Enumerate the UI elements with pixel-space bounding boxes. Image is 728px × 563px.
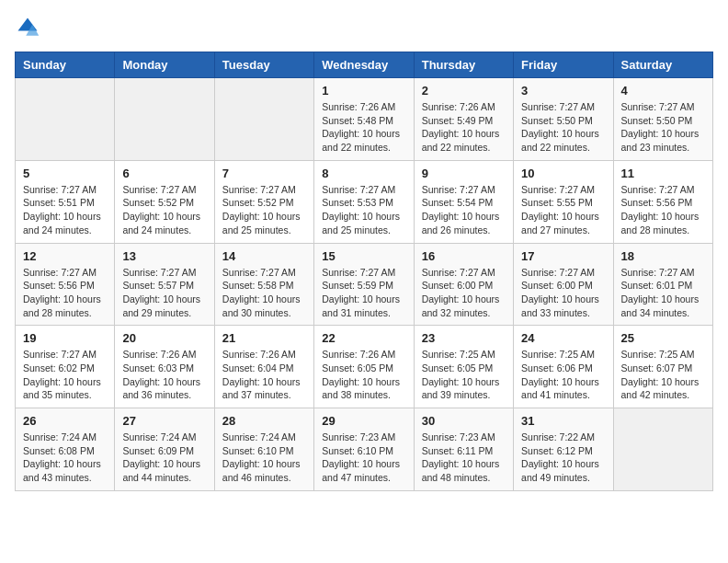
- day-info: Sunrise: 7:27 AMSunset: 6:01 PMDaylight:…: [621, 266, 705, 320]
- calendar-cell: 20Sunrise: 7:26 AMSunset: 6:03 PMDayligh…: [115, 326, 214, 408]
- day-info: Sunrise: 7:23 AMSunset: 6:11 PMDaylight:…: [422, 431, 506, 485]
- day-header-friday: Friday: [514, 52, 613, 78]
- calendar-cell: 17Sunrise: 7:27 AMSunset: 6:00 PMDayligh…: [514, 243, 613, 326]
- logo-icon: [15, 15, 40, 40]
- calendar-table: SundayMondayTuesdayWednesdayThursdayFrid…: [15, 52, 713, 491]
- day-number: 11: [621, 167, 705, 180]
- day-number: 27: [122, 414, 206, 428]
- calendar-cell: 4Sunrise: 7:27 AMSunset: 5:50 PMDaylight…: [613, 78, 712, 161]
- calendar-cell: [115, 78, 214, 161]
- day-info: Sunrise: 7:27 AMSunset: 5:59 PMDaylight:…: [322, 266, 405, 320]
- day-number: 5: [23, 167, 107, 180]
- day-header-saturday: Saturday: [613, 52, 712, 78]
- day-info: Sunrise: 7:25 AMSunset: 6:05 PMDaylight:…: [422, 348, 506, 402]
- calendar-cell: 18Sunrise: 7:27 AMSunset: 6:01 PMDayligh…: [613, 243, 712, 326]
- day-number: 14: [222, 249, 306, 263]
- day-number: 24: [521, 331, 605, 345]
- day-info: Sunrise: 7:26 AMSunset: 6:04 PMDaylight:…: [222, 348, 306, 402]
- day-number: 20: [122, 331, 206, 345]
- day-number: 7: [222, 167, 306, 180]
- day-info: Sunrise: 7:27 AMSunset: 5:58 PMDaylight:…: [222, 266, 306, 320]
- calendar-cell: 7Sunrise: 7:27 AMSunset: 5:52 PMDaylight…: [214, 160, 313, 243]
- calendar-cell: 31Sunrise: 7:22 AMSunset: 6:12 PMDayligh…: [514, 408, 613, 491]
- page-header: [15, 15, 713, 40]
- calendar-cell: 27Sunrise: 7:24 AMSunset: 6:09 PMDayligh…: [115, 408, 214, 491]
- day-header-monday: Monday: [115, 52, 214, 78]
- day-number: 22: [322, 331, 405, 345]
- day-info: Sunrise: 7:24 AMSunset: 6:08 PMDaylight:…: [23, 431, 107, 485]
- day-info: Sunrise: 7:27 AMSunset: 5:50 PMDaylight:…: [621, 100, 705, 155]
- calendar-cell: 3Sunrise: 7:27 AMSunset: 5:50 PMDaylight…: [514, 78, 613, 161]
- day-info: Sunrise: 7:25 AMSunset: 6:07 PMDaylight:…: [621, 348, 705, 402]
- day-info: Sunrise: 7:26 AMSunset: 5:48 PMDaylight:…: [322, 100, 405, 155]
- day-number: 31: [521, 414, 605, 428]
- day-number: 1: [322, 84, 405, 98]
- day-info: Sunrise: 7:27 AMSunset: 6:00 PMDaylight:…: [422, 266, 506, 320]
- day-header-tuesday: Tuesday: [214, 52, 313, 78]
- calendar-week-row: 19Sunrise: 7:27 AMSunset: 6:02 PMDayligh…: [16, 326, 713, 408]
- day-number: 8: [322, 167, 405, 180]
- calendar-cell: [214, 78, 313, 161]
- day-number: 25: [621, 331, 705, 345]
- calendar-cell: 5Sunrise: 7:27 AMSunset: 5:51 PMDaylight…: [16, 160, 115, 243]
- calendar-cell: 16Sunrise: 7:27 AMSunset: 6:00 PMDayligh…: [414, 243, 513, 326]
- calendar-cell: 25Sunrise: 7:25 AMSunset: 6:07 PMDayligh…: [613, 326, 712, 408]
- day-number: 26: [23, 414, 107, 428]
- day-number: 4: [621, 84, 705, 98]
- calendar-cell: 12Sunrise: 7:27 AMSunset: 5:56 PMDayligh…: [16, 243, 115, 326]
- calendar-cell: 1Sunrise: 7:26 AMSunset: 5:48 PMDaylight…: [314, 78, 414, 161]
- calendar-cell: 6Sunrise: 7:27 AMSunset: 5:52 PMDaylight…: [115, 160, 214, 243]
- day-number: 12: [23, 249, 107, 263]
- day-number: 23: [422, 331, 506, 345]
- calendar-cell: 19Sunrise: 7:27 AMSunset: 6:02 PMDayligh…: [16, 326, 115, 408]
- calendar-header-row: SundayMondayTuesdayWednesdayThursdayFrid…: [16, 52, 713, 78]
- day-info: Sunrise: 7:27 AMSunset: 5:53 PMDaylight:…: [322, 183, 405, 237]
- calendar-cell: 11Sunrise: 7:27 AMSunset: 5:56 PMDayligh…: [613, 160, 712, 243]
- day-info: Sunrise: 7:24 AMSunset: 6:10 PMDaylight:…: [222, 431, 306, 485]
- day-number: 30: [422, 414, 506, 428]
- calendar-cell: 2Sunrise: 7:26 AMSunset: 5:49 PMDaylight…: [414, 78, 513, 161]
- day-info: Sunrise: 7:23 AMSunset: 6:10 PMDaylight:…: [322, 431, 405, 485]
- day-info: Sunrise: 7:27 AMSunset: 5:52 PMDaylight:…: [122, 183, 206, 237]
- day-info: Sunrise: 7:27 AMSunset: 5:55 PMDaylight:…: [521, 183, 605, 237]
- calendar-cell: 14Sunrise: 7:27 AMSunset: 5:58 PMDayligh…: [214, 243, 313, 326]
- day-info: Sunrise: 7:24 AMSunset: 6:09 PMDaylight:…: [122, 431, 206, 485]
- calendar-cell: 21Sunrise: 7:26 AMSunset: 6:04 PMDayligh…: [214, 326, 313, 408]
- day-number: 16: [422, 249, 506, 263]
- day-number: 13: [122, 249, 206, 263]
- day-number: 28: [222, 414, 306, 428]
- calendar-week-row: 5Sunrise: 7:27 AMSunset: 5:51 PMDaylight…: [16, 160, 713, 243]
- day-info: Sunrise: 7:27 AMSunset: 5:52 PMDaylight:…: [222, 183, 306, 237]
- day-info: Sunrise: 7:26 AMSunset: 6:03 PMDaylight:…: [122, 348, 206, 402]
- calendar-cell: 24Sunrise: 7:25 AMSunset: 6:06 PMDayligh…: [514, 326, 613, 408]
- calendar-cell: 8Sunrise: 7:27 AMSunset: 5:53 PMDaylight…: [314, 160, 414, 243]
- calendar-cell: 23Sunrise: 7:25 AMSunset: 6:05 PMDayligh…: [414, 326, 513, 408]
- calendar-cell: 22Sunrise: 7:26 AMSunset: 6:05 PMDayligh…: [314, 326, 414, 408]
- day-number: 3: [521, 84, 605, 98]
- calendar-week-row: 12Sunrise: 7:27 AMSunset: 5:56 PMDayligh…: [16, 243, 713, 326]
- calendar-cell: 10Sunrise: 7:27 AMSunset: 5:55 PMDayligh…: [514, 160, 613, 243]
- logo: [15, 15, 44, 40]
- day-info: Sunrise: 7:27 AMSunset: 5:57 PMDaylight:…: [122, 266, 206, 320]
- day-info: Sunrise: 7:26 AMSunset: 5:49 PMDaylight:…: [422, 100, 506, 155]
- day-info: Sunrise: 7:27 AMSunset: 5:56 PMDaylight:…: [23, 266, 107, 320]
- day-number: 10: [521, 167, 605, 180]
- day-header-thursday: Thursday: [414, 52, 513, 78]
- day-number: 21: [222, 331, 306, 345]
- calendar-week-row: 1Sunrise: 7:26 AMSunset: 5:48 PMDaylight…: [16, 78, 713, 161]
- calendar-cell: 30Sunrise: 7:23 AMSunset: 6:11 PMDayligh…: [414, 408, 513, 491]
- day-number: 19: [23, 331, 107, 345]
- calendar-cell: 29Sunrise: 7:23 AMSunset: 6:10 PMDayligh…: [314, 408, 414, 491]
- day-info: Sunrise: 7:27 AMSunset: 5:56 PMDaylight:…: [621, 183, 705, 237]
- day-number: 6: [122, 167, 206, 180]
- calendar-week-row: 26Sunrise: 7:24 AMSunset: 6:08 PMDayligh…: [16, 408, 713, 491]
- day-info: Sunrise: 7:25 AMSunset: 6:06 PMDaylight:…: [521, 348, 605, 402]
- day-number: 17: [521, 249, 605, 263]
- calendar-cell: 26Sunrise: 7:24 AMSunset: 6:08 PMDayligh…: [16, 408, 115, 491]
- day-number: 2: [422, 84, 506, 98]
- day-info: Sunrise: 7:26 AMSunset: 6:05 PMDaylight:…: [322, 348, 405, 402]
- calendar-cell: 9Sunrise: 7:27 AMSunset: 5:54 PMDaylight…: [414, 160, 513, 243]
- day-number: 18: [621, 249, 705, 263]
- day-info: Sunrise: 7:27 AMSunset: 6:00 PMDaylight:…: [521, 266, 605, 320]
- day-info: Sunrise: 7:27 AMSunset: 5:51 PMDaylight:…: [23, 183, 107, 237]
